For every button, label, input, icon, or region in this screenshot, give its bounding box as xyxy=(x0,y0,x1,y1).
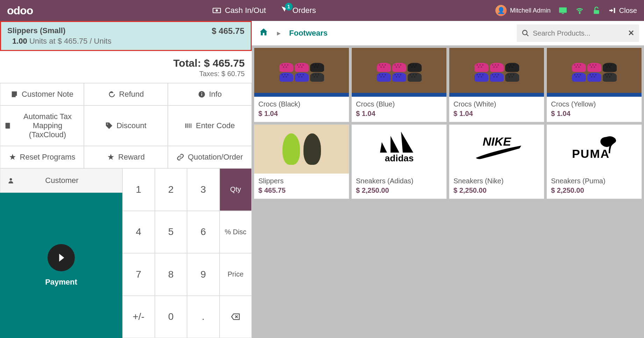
numpad-7[interactable]: 7 xyxy=(122,253,155,296)
product-name: Crocs (Blue) xyxy=(352,97,446,110)
link-icon xyxy=(177,153,184,161)
numpad-backspace[interactable] xyxy=(220,296,252,338)
product-grid: Crocs (Black) $ 1.04 Crocs (Blue) $ 1.04… xyxy=(252,45,644,201)
product-image xyxy=(449,48,544,97)
product-name: Slippers xyxy=(254,174,349,186)
numpad-0[interactable]: 0 xyxy=(155,296,187,338)
product-card[interactable]: NIKE Sneakers (Nike) $ 2,250.00 xyxy=(449,124,544,199)
breadcrumb-current[interactable]: Footwears xyxy=(289,29,328,38)
orders-badge: 1 xyxy=(285,3,293,10)
customer-button[interactable]: Customer xyxy=(0,168,122,193)
numpad-9[interactable]: 9 xyxy=(187,253,220,296)
reset-programs-button[interactable]: Reset Programs xyxy=(0,146,84,168)
numpad-price[interactable]: Price xyxy=(220,253,252,296)
numpad-dot[interactable]: . xyxy=(187,296,220,338)
product-card[interactable]: adidas Sneakers (Adidas) $ 2,250.00 xyxy=(351,124,447,199)
svg-rect-14 xyxy=(189,124,190,128)
product-image xyxy=(254,48,349,97)
enter-code-button[interactable]: Enter Code xyxy=(168,105,252,146)
numpad-5[interactable]: 5 xyxy=(155,211,187,254)
breadcrumb-separator: ▶ xyxy=(277,30,281,36)
info-icon xyxy=(198,90,206,98)
close-label: Close xyxy=(619,7,637,15)
wifi-icon[interactable] xyxy=(575,6,584,15)
product-image xyxy=(254,125,349,174)
reward-button[interactable]: Reward xyxy=(84,146,168,168)
product-price: $ 1.04 xyxy=(352,110,446,122)
svg-rect-3 xyxy=(562,13,564,14)
svg-point-4 xyxy=(579,13,580,14)
adidas-logo: adidas xyxy=(352,125,446,174)
customer-label: Customer xyxy=(19,176,115,185)
orders-button[interactable]: 1 Orders xyxy=(280,5,316,16)
numpad-4[interactable]: 4 xyxy=(122,211,155,254)
info-button[interactable]: Info xyxy=(168,83,252,105)
product-name: Sneakers (Nike) xyxy=(449,174,544,186)
orderline-name: Slippers (Small) xyxy=(7,26,112,35)
total-taxes: Taxes: $ 60.75 xyxy=(7,70,245,78)
product-card[interactable]: Crocs (Black) $ 1.04 xyxy=(254,47,349,122)
discount-button[interactable]: Discount xyxy=(84,105,168,146)
svg-rect-11 xyxy=(186,124,187,128)
product-card[interactable]: Slippers $ 465.75 xyxy=(254,124,349,199)
svg-rect-10 xyxy=(185,124,186,128)
close-button[interactable]: Close xyxy=(609,7,637,15)
star-icon xyxy=(9,153,16,161)
numpad-2[interactable]: 2 xyxy=(155,168,187,211)
orderline[interactable]: Slippers (Small) 1.00 Units at $ 465.75 … xyxy=(0,21,252,51)
numpad-disc[interactable]: % Disc xyxy=(220,211,252,254)
numpad-1[interactable]: 1 xyxy=(122,168,155,211)
numpad-3[interactable]: 3 xyxy=(187,168,220,211)
right-panel: ▶ Footwears ✕ Crocs (Black) $ 1.04 xyxy=(252,21,644,338)
customer-note-button[interactable]: Customer Note xyxy=(0,83,84,105)
product-image: adidas xyxy=(352,125,446,174)
orders-label: Orders xyxy=(293,6,316,15)
user-name: Mitchell Admin xyxy=(510,7,551,14)
numpad-plusminus[interactable]: +/- xyxy=(122,296,155,338)
breadcrumb: ▶ Footwears xyxy=(252,27,517,39)
svg-marker-20 xyxy=(391,136,399,153)
product-price: $ 1.04 xyxy=(547,110,642,122)
screen-icon[interactable] xyxy=(558,6,567,15)
refund-button[interactable]: Refund xyxy=(84,83,168,105)
numpad-qty[interactable]: Qty xyxy=(220,168,252,211)
numpad: 1 2 3 Qty 4 5 6 % Disc 7 8 9 Price +/- 0… xyxy=(122,168,252,338)
search-input[interactable] xyxy=(533,29,624,37)
numpad-8[interactable]: 8 xyxy=(155,253,187,296)
orderline-units: Units at $ 465.75 / Units xyxy=(27,37,112,45)
orderline-price: $ 465.75 xyxy=(212,26,244,46)
unlock-icon[interactable] xyxy=(592,6,601,15)
nike-logo: NIKE xyxy=(449,125,544,174)
barcode-icon xyxy=(185,122,192,130)
product-name: Crocs (Black) xyxy=(254,97,349,110)
payment-icon-circle xyxy=(48,244,75,271)
star-icon xyxy=(107,153,115,161)
search-clear-button[interactable]: ✕ xyxy=(628,29,634,38)
svg-rect-16 xyxy=(192,124,192,128)
product-price: $ 2,250.00 xyxy=(449,186,544,199)
product-card[interactable]: Crocs (Blue) $ 1.04 xyxy=(351,47,447,122)
search-icon xyxy=(522,29,529,37)
numpad-6[interactable]: 6 xyxy=(187,211,220,254)
avatar: 👤 xyxy=(495,5,507,16)
orderline-detail: 1.00 Units at $ 465.75 / Units xyxy=(7,37,112,46)
svg-rect-7 xyxy=(201,94,202,96)
home-button[interactable] xyxy=(259,27,269,39)
svg-text:PUMA: PUMA xyxy=(572,147,609,160)
cash-in-out-button[interactable]: Cash In/Out xyxy=(212,5,266,16)
payment-button[interactable]: Payment xyxy=(0,193,122,338)
product-card[interactable]: Crocs (Yellow) $ 1.04 xyxy=(546,47,642,122)
close-icon xyxy=(609,7,616,14)
bottom-section: Customer Payment 1 2 3 Qty 4 5 6 % Disc … xyxy=(0,168,252,338)
breadcrumb-row: ▶ Footwears ✕ xyxy=(252,21,644,45)
main: Slippers (Small) 1.00 Units at $ 465.75 … xyxy=(0,21,644,338)
product-card[interactable]: PUMA Sneakers (Puma) $ 2,250.00 xyxy=(546,124,642,199)
product-card[interactable]: Crocs (White) $ 1.04 xyxy=(449,47,544,122)
backspace-icon xyxy=(231,312,241,322)
auto-tax-button[interactable]: Automatic Tax Mapping (TaxCloud) xyxy=(0,105,84,146)
quotation-button[interactable]: Quotation/Order xyxy=(168,146,252,168)
book-icon xyxy=(4,122,12,130)
user-menu[interactable]: 👤 Mitchell Admin xyxy=(495,5,551,16)
product-image xyxy=(352,48,446,97)
svg-point-17 xyxy=(10,178,12,181)
